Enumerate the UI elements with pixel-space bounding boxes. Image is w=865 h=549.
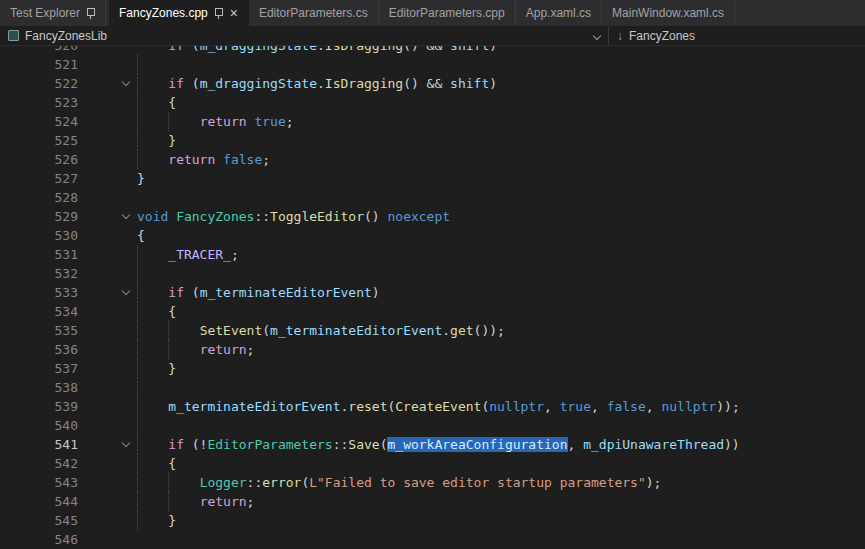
code-line-535[interactable]: 535 SetEvent(m_terminateEditorEvent.get(… xyxy=(0,321,865,340)
line-number[interactable]: 539 xyxy=(0,397,78,416)
line-number[interactable]: 546 xyxy=(0,530,78,549)
tab-editorparameters-cpp[interactable]: EditorParameters.cpp xyxy=(379,0,516,26)
code-token: )); xyxy=(716,399,739,414)
fold-chevron-icon[interactable] xyxy=(78,207,137,226)
tab-app-xaml-cs[interactable]: App.xaml.cs xyxy=(516,0,602,26)
code-line-540[interactable]: 540 xyxy=(0,416,865,435)
line-number[interactable]: 538 xyxy=(0,378,78,397)
line-number[interactable]: 522 xyxy=(0,74,78,93)
code-token: nullptr xyxy=(489,399,544,414)
line-number[interactable]: 545 xyxy=(0,511,78,530)
code-text: return; xyxy=(137,340,865,359)
code-token xyxy=(137,152,168,167)
fold-gutter xyxy=(78,245,137,264)
line-number[interactable]: 526 xyxy=(0,150,78,169)
fold-chevron-icon[interactable] xyxy=(78,435,137,454)
line-number[interactable]: 523 xyxy=(0,93,78,112)
tab-label: MainWindow.xaml.cs xyxy=(612,6,724,20)
code-line-545[interactable]: 545 } xyxy=(0,511,865,530)
code-token xyxy=(137,437,168,452)
pin-icon[interactable] xyxy=(86,7,95,20)
code-line-522[interactable]: 522 if (m_draggingState.IsDragging() && … xyxy=(0,74,865,93)
fold-gutter xyxy=(78,511,137,530)
tab-editorparameters-cs[interactable]: EditorParameters.cs xyxy=(249,0,379,26)
line-number[interactable]: 534 xyxy=(0,302,78,321)
code-line-529[interactable]: 529void FancyZones::ToggleEditor() noexc… xyxy=(0,207,865,226)
code-token xyxy=(137,76,168,91)
code-token: { xyxy=(137,228,145,243)
code-token: ( xyxy=(262,323,270,338)
code-line-546[interactable]: 546 xyxy=(0,530,865,549)
code-text: SetEvent(m_terminateEditorEvent.get()); xyxy=(137,321,865,340)
fold-chevron-icon[interactable] xyxy=(78,283,137,302)
code-token: ; xyxy=(247,494,255,509)
code-line-541[interactable]: 541 if (!EditorParameters::Save(m_workAr… xyxy=(0,435,865,454)
code-token: m_draggingState xyxy=(200,76,317,91)
line-number[interactable]: 537 xyxy=(0,359,78,378)
code-token: m_terminateEditorEvent xyxy=(168,399,340,414)
line-number[interactable]: 532 xyxy=(0,264,78,283)
tab-test-explorer[interactable]: Test Explorer xyxy=(0,0,106,26)
code-line-542[interactable]: 542 { xyxy=(0,454,865,473)
code-line-526[interactable]: 526 return false; xyxy=(0,150,865,169)
line-number[interactable]: 542 xyxy=(0,454,78,473)
line-number[interactable]: 543 xyxy=(0,473,78,492)
code-line-536[interactable]: 536 return; xyxy=(0,340,865,359)
code-line-544[interactable]: 544 return; xyxy=(0,492,865,511)
code-token: :: xyxy=(254,209,270,224)
code-line-537[interactable]: 537 } xyxy=(0,359,865,378)
close-icon[interactable]: × xyxy=(230,6,238,20)
project-dropdown[interactable]: FancyZonesLib xyxy=(0,26,608,45)
code-token: m_dpiUnawareThread xyxy=(583,437,724,452)
code-line-539[interactable]: 539 m_terminateEditorEvent.reset(CreateE… xyxy=(0,397,865,416)
code-token: ) xyxy=(489,46,497,53)
indent-guide xyxy=(168,473,169,492)
tab-label: App.xaml.cs xyxy=(526,6,591,20)
code-line-521[interactable]: 521 xyxy=(0,55,865,74)
member-dropdown[interactable]: ↓ FancyZones xyxy=(608,26,865,45)
line-number[interactable]: 533 xyxy=(0,283,78,302)
code-line-525[interactable]: 525 } xyxy=(0,131,865,150)
fold-gutter xyxy=(78,264,137,283)
line-number[interactable]: 521 xyxy=(0,55,78,74)
line-number[interactable]: 527 xyxy=(0,169,78,188)
line-number[interactable]: 541 xyxy=(0,435,78,454)
code-line-520[interactable]: 520 if (m_draggingState.IsDragging() && … xyxy=(0,46,865,55)
code-line-533[interactable]: 533 if (m_terminateEditorEvent) xyxy=(0,283,865,302)
line-number[interactable]: 525 xyxy=(0,131,78,150)
line-number[interactable]: 530 xyxy=(0,226,78,245)
line-number[interactable]: 540 xyxy=(0,416,78,435)
code-line-523[interactable]: 523 { xyxy=(0,93,865,112)
code-token: () && xyxy=(403,76,450,91)
pin-icon[interactable] xyxy=(214,7,223,20)
code-token: return xyxy=(200,494,247,509)
chevron-down-icon[interactable] xyxy=(593,31,601,39)
tab-fancyzones-cpp[interactable]: FancyZones.cpp× xyxy=(109,0,249,26)
code-editor[interactable]: 520 if (m_draggingState.IsDragging() && … xyxy=(0,46,865,549)
indent-guide xyxy=(137,435,138,454)
code-line-543[interactable]: 543 Logger::error(L"Failed to save edito… xyxy=(0,473,865,492)
code-line-528[interactable]: 528 xyxy=(0,188,865,207)
code-token: IsDragging xyxy=(325,46,403,53)
code-line-527[interactable]: 527} xyxy=(0,169,865,188)
fold-chevron-icon[interactable] xyxy=(78,74,137,93)
code-line-531[interactable]: 531 _TRACER_; xyxy=(0,245,865,264)
tab-mainwindow-xaml-cs[interactable]: MainWindow.xaml.cs xyxy=(602,0,735,26)
line-number[interactable]: 524 xyxy=(0,112,78,131)
line-number[interactable]: 529 xyxy=(0,207,78,226)
code-token: if xyxy=(168,437,184,452)
code-line-530[interactable]: 530{ xyxy=(0,226,865,245)
code-line-538[interactable]: 538 xyxy=(0,378,865,397)
line-number[interactable]: 535 xyxy=(0,321,78,340)
code-line-532[interactable]: 532 xyxy=(0,264,865,283)
line-number[interactable]: 544 xyxy=(0,492,78,511)
code-line-524[interactable]: 524 return true; xyxy=(0,112,865,131)
code-token xyxy=(168,209,176,224)
project-name: FancyZonesLib xyxy=(25,29,107,43)
code-token: ) xyxy=(489,76,497,91)
line-number[interactable]: 528 xyxy=(0,188,78,207)
line-number[interactable]: 531 xyxy=(0,245,78,264)
code-line-534[interactable]: 534 { xyxy=(0,302,865,321)
line-number[interactable]: 536 xyxy=(0,340,78,359)
fold-gutter xyxy=(78,397,137,416)
